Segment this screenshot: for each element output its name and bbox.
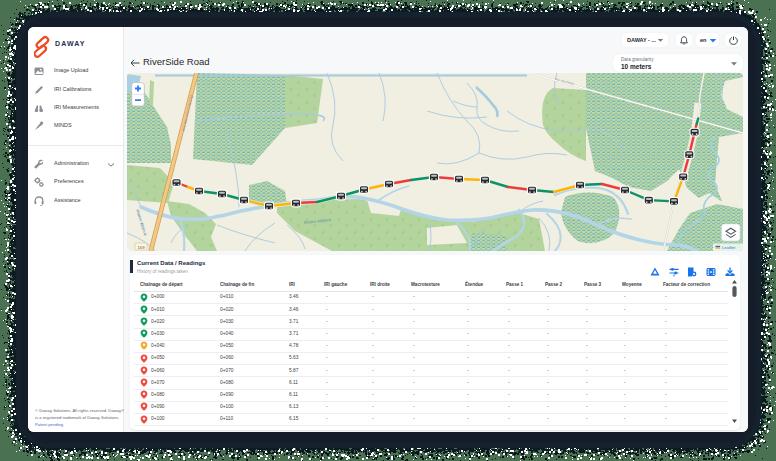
svg-text:Leaflet: Leaflet xyxy=(722,245,736,250)
svg-text:169: 169 xyxy=(138,245,146,250)
